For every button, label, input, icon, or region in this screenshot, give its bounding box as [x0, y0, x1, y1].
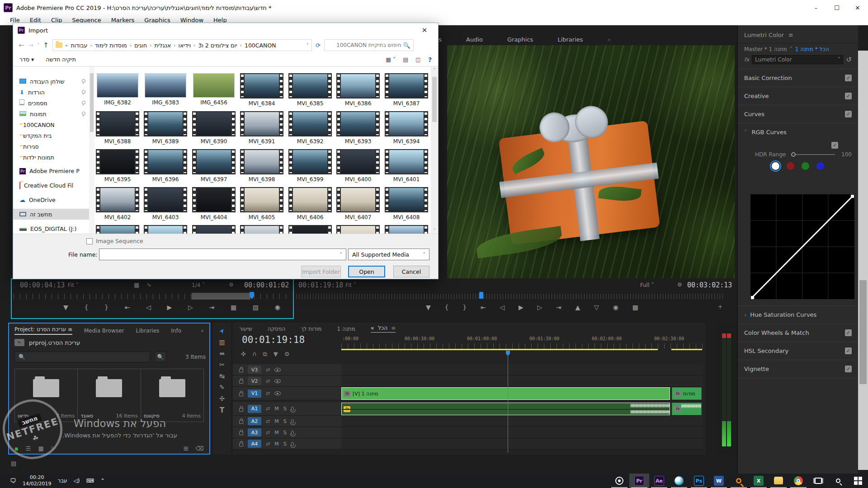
import-folder-button[interactable]: Import Folder — [301, 266, 341, 277]
sequence-tab-active[interactable]: ✕ הכל ≡ — [371, 325, 396, 333]
mic-icon[interactable] — [291, 431, 294, 435]
lumetri-section-creative[interactable]: Creative✓ — [738, 87, 858, 105]
step-back-icon[interactable]: ◁ — [146, 304, 151, 311]
white-channel-icon[interactable] — [772, 162, 779, 170]
file-item-mvi-6406[interactable]: MVI_6406 — [286, 187, 334, 221]
file-item-mvi-6402[interactable]: MVI_6402 — [94, 187, 142, 221]
toggle-track-output-icon[interactable] — [274, 379, 281, 383]
after-effects-app[interactable]: Ae — [649, 474, 669, 488]
mic-icon[interactable] — [291, 419, 294, 423]
file-item-mvi-6393[interactable]: MVI_6393 — [334, 111, 382, 145]
sequence-tab-item[interactable]: מודות לך — [301, 326, 321, 332]
media-filter-select[interactable]: All Supported Media˅ — [348, 249, 429, 260]
network-icon[interactable]: ⌨ — [86, 478, 94, 484]
source-in-out-range[interactable] — [192, 293, 250, 300]
file-item-partial[interactable] — [142, 225, 189, 234]
sync-lock-icon[interactable]: ⇄ — [266, 418, 270, 424]
project-bin[interactable]: סיקוונס4 Items — [141, 369, 203, 422]
solo-button[interactable]: S — [283, 418, 287, 424]
insert-icon[interactable]: ▦ — [231, 304, 236, 311]
open-button[interactable]: Open — [348, 266, 385, 277]
comparison-view-icon[interactable]: ▩ — [632, 304, 638, 311]
file-item-mvi-6392[interactable]: MVI_6392 — [286, 111, 334, 145]
selection-tool[interactable]: ➤ — [217, 327, 226, 335]
sidebar-item-onedrive[interactable]: ☁ OneDrive — [13, 194, 89, 205]
sidebar-item-adobe-premiere-p[interactable]: Pr Adobe Premiere P — [13, 165, 89, 176]
hand-tool[interactable]: ✣ — [219, 395, 225, 402]
ripple-edit-tool[interactable]: ⇹ — [219, 350, 225, 357]
track-lane-a3[interactable] — [341, 427, 703, 438]
play-icon[interactable]: ▶ — [519, 304, 524, 311]
panel-overflow-icon[interactable]: » — [201, 328, 204, 334]
sidebar-item-item[interactable]: מסמכים — [13, 98, 89, 108]
file-item-mvi-6396[interactable]: MVI_6396 — [142, 149, 189, 183]
mute-button[interactable]: M — [274, 418, 279, 424]
track-header-v3[interactable]: V3 ⇄ — [233, 364, 341, 375]
action-center-icon[interactable]: 🗨 — [10, 477, 16, 484]
hdr-range-value[interactable]: 100 — [841, 151, 852, 158]
organize-button[interactable]: סדר ▾ — [19, 56, 34, 63]
mute-button[interactable]: M — [274, 441, 279, 447]
file-explorer-app[interactable] — [769, 474, 788, 488]
program-ruler[interactable] — [297, 294, 724, 299]
help-icon[interactable]: ? — [428, 56, 432, 63]
source-zoom-select[interactable]: Fit ˅ — [68, 282, 79, 288]
sidebar-item-item[interactable]: ⬇ הורדות — [13, 87, 89, 98]
source-current-timecode[interactable]: 00:00:04:13 — [20, 281, 65, 289]
file-item-mvi-6390[interactable]: MVI_6390 — [190, 111, 238, 145]
type-tool[interactable]: T — [220, 406, 224, 414]
up-icon[interactable]: ↑ — [43, 41, 49, 49]
red-channel-icon[interactable] — [787, 162, 794, 170]
photoshop-app[interactable]: Ps — [689, 474, 709, 488]
track-select-tool[interactable]: ▥ — [219, 338, 225, 346]
search-input[interactable]: חיפוש בתיקיית 100CANON 🔍 — [324, 39, 414, 51]
file-item-partial[interactable] — [382, 225, 430, 234]
file-item-mvi-6405[interactable]: MVI_6405 — [238, 187, 286, 221]
waveform-icon[interactable]: ∿ — [146, 282, 151, 288]
timeline-timecode[interactable]: 00:01:19:18 — [242, 334, 305, 345]
thumbnails-view-icon[interactable]: ▦ ˅ — [386, 56, 396, 63]
program-playback-resolution[interactable]: Full ˅ — [640, 282, 654, 288]
add-marker-icon[interactable]: ▼ — [63, 304, 68, 311]
cancel-button[interactable]: Cancel — [393, 266, 429, 277]
hdr-range-slider[interactable] — [792, 154, 835, 155]
project-tab-media-browser[interactable]: Media Browser — [84, 328, 124, 334]
automate-icon[interactable]: ⌲ — [51, 445, 56, 452]
lumetri-section-hue-saturation-curves[interactable]: ›Hue Saturation Curves — [738, 305, 858, 324]
lumetri-section-vignette[interactable]: Vignette✓ — [738, 360, 858, 378]
extract-icon[interactable]: ▽ — [594, 304, 599, 311]
button-editor-plus-icon[interactable]: + — [718, 304, 722, 310]
settings-wrench-icon[interactable]: ⚙ — [677, 282, 682, 288]
add-marker-icon[interactable]: ▼ — [426, 304, 431, 311]
sidebar-item-creative-cloud-fil[interactable]: Creative Cloud Fil — [13, 180, 89, 191]
step-forward-icon[interactable]: ▷ — [538, 304, 542, 311]
lock-icon[interactable] — [239, 420, 243, 424]
project-tab-project[interactable]: Project: עריכת הסרט ≡ — [14, 326, 72, 335]
readonly-indicator-icon[interactable]: ▪ — [14, 445, 19, 452]
maximize-button[interactable]: ☐ — [826, 0, 847, 15]
sync-lock-icon[interactable]: ⇄ — [266, 390, 270, 396]
file-item-img-6383[interactable]: IMG_6383 — [142, 73, 189, 106]
premiere-app[interactable]: Pr — [629, 474, 649, 488]
reset-effect-icon[interactable]: ↺ — [846, 56, 852, 64]
go-to-in-icon[interactable]: ⇤ — [125, 304, 130, 311]
file-item-mvi-6398[interactable]: MVI_6398 — [238, 149, 286, 183]
slip-tool[interactable]: ↹ — [219, 372, 225, 380]
rgb-curves-checkbox[interactable]: ✓ — [831, 142, 838, 149]
file-item-partial[interactable] — [190, 225, 238, 234]
sync-lock-icon[interactable]: ⇄ — [266, 406, 270, 412]
icon-view-icon[interactable]: ▦ — [38, 445, 43, 452]
file-item-mvi-6403[interactable]: MVI_6403 — [142, 187, 189, 221]
image-sequence-checkbox[interactable] — [86, 238, 93, 244]
step-back-icon[interactable]: ◁ — [500, 304, 505, 311]
recorder-app[interactable] — [609, 474, 629, 488]
track-header-v1[interactable]: V1 ⇄ — [233, 387, 341, 400]
solo-button[interactable]: S — [283, 441, 287, 447]
project-tab-info[interactable]: Info — [171, 328, 181, 334]
lock-icon[interactable] — [239, 369, 243, 372]
breadcrumb-item-100canon[interactable]: 100CANON — [245, 42, 276, 49]
sequence-tab-item[interactable]: הפסקה — [268, 326, 285, 332]
lumetri-section-hsl-secondary[interactable]: HSL Secondary✓ — [738, 342, 858, 360]
linked-selection-icon[interactable]: ⧉ — [263, 351, 267, 358]
lock-icon[interactable] — [239, 443, 243, 446]
